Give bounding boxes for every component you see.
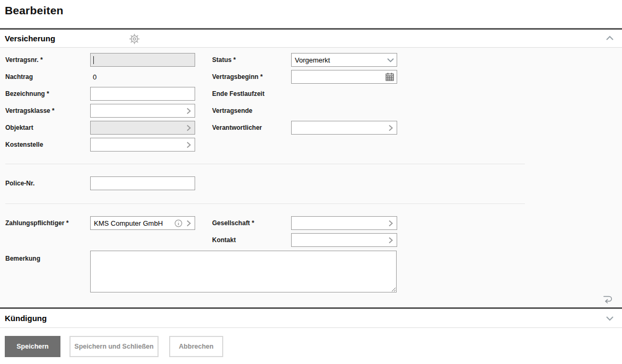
verantwortlicher-field	[291, 121, 397, 135]
lookup-chevron-icon[interactable]	[387, 219, 397, 227]
bemerkung-textarea[interactable]	[90, 251, 397, 292]
row-bezeichnung-endefestlaufzeit: Bezeichnung * Ende Festlaufzeit	[5, 87, 525, 101]
row-zahlungspflichtiger-gesellschaft: Zahlungspflichtiger *	[5, 216, 525, 230]
bemerkung-label: Bemerkung	[5, 251, 90, 262]
status-label: Status *	[212, 56, 291, 64]
lookup-chevron-icon[interactable]	[387, 124, 397, 132]
section-kuendigung: Kündigung	[0, 307, 622, 328]
button-bar: Speichern Speichern und Schließen Abbrec…	[0, 328, 622, 362]
abbrechen-button[interactable]: Abbrechen	[169, 336, 223, 357]
page-title: Bearbeiten	[0, 0, 622, 17]
verantwortlicher-label: Verantwortlicher	[212, 124, 291, 131]
field-group-main: Vertragsnr. * Status * Vorgemerkt	[5, 48, 525, 164]
row-kontakt: Kontakt	[5, 233, 525, 247]
vertragsklasse-input[interactable]	[91, 104, 185, 117]
text-cursor	[93, 56, 94, 64]
chevron-down-icon	[386, 57, 395, 63]
versicherung-header: Versicherung	[0, 30, 622, 48]
verantwortlicher-input[interactable]	[292, 121, 387, 134]
edit-page: Bearbeiten Versicherung	[0, 0, 622, 364]
bezeichnung-label: Bezeichnung *	[5, 90, 90, 97]
vertragsklasse-field	[90, 104, 195, 118]
row-nachtrag-vertragsbeginn: Nachtrag 0 Vertragsbeginn *	[5, 70, 525, 84]
calendar-icon[interactable]	[385, 72, 397, 82]
kostenstelle-input[interactable]	[91, 138, 185, 151]
row-kostenstelle: Kostenstelle	[5, 138, 525, 152]
kostenstelle-field	[90, 138, 195, 152]
vertragsnr-input[interactable]	[90, 53, 195, 67]
field-group-parties: Zahlungspflichtiger *	[5, 203, 525, 292]
lookup-chevron-icon[interactable]	[387, 236, 397, 244]
police-nr-input[interactable]	[90, 176, 195, 190]
zahlungspflichtiger-label: Zahlungspflichtiger *	[5, 219, 90, 227]
status-selected-value: Vorgemerkt	[295, 56, 330, 64]
nachtrag-label: Nachtrag	[5, 73, 90, 81]
form-area: Vertragsnr. * Status * Vorgemerkt	[5, 48, 525, 292]
vertragsende-label: Vertragsende	[212, 107, 291, 114]
speichern-und-schliessen-button[interactable]: Speichern und Schließen	[69, 336, 159, 357]
vertragsbeginn-input[interactable]	[292, 70, 385, 83]
gesellschaft-label: Gesellschaft *	[212, 219, 291, 227]
kuendigung-title: Kündigung	[0, 314, 47, 323]
bezeichnung-input[interactable]	[90, 87, 195, 101]
zahlungspflichtiger-input[interactable]	[91, 217, 174, 229]
info-icon[interactable]	[174, 219, 183, 228]
objektart-input	[91, 121, 185, 134]
lookup-chevron-icon[interactable]	[185, 107, 195, 115]
kontakt-field	[291, 233, 397, 247]
vertragsnr-label: Vertragsnr. *	[5, 56, 90, 64]
objektart-label: Objektart	[5, 124, 90, 131]
zahlungspflichtiger-field	[90, 216, 195, 230]
vertragsbeginn-field	[291, 70, 397, 84]
speichern-button[interactable]: Speichern	[5, 336, 60, 357]
kostenstelle-label: Kostenstelle	[5, 141, 90, 148]
kuendigung-header[interactable]: Kündigung	[0, 309, 622, 328]
chevron-up-icon[interactable]	[605, 35, 615, 41]
gesellschaft-field	[291, 216, 397, 230]
lookup-chevron-icon[interactable]	[185, 124, 195, 132]
gear-icon[interactable]	[128, 33, 141, 45]
vertragsbeginn-label: Vertragsbeginn *	[212, 73, 291, 81]
row-vertragsnr-status: Vertragsnr. * Status * Vorgemerkt	[5, 53, 525, 67]
status-select[interactable]: Vorgemerkt	[291, 53, 397, 67]
lookup-chevron-icon[interactable]	[185, 141, 195, 149]
undo-icon[interactable]	[602, 294, 614, 304]
section-versicherung: Versicherung	[0, 28, 622, 307]
chevron-down-icon[interactable]	[605, 315, 615, 322]
row-vertragsklasse-vertragsende: Vertragsklasse * Vertr	[5, 104, 525, 118]
nachtrag-value: 0	[90, 73, 195, 81]
versicherung-body: Vertragsnr. * Status * Vorgemerkt	[0, 48, 622, 307]
field-group-police: Police-Nr.	[5, 164, 525, 203]
vertragsklasse-label: Vertragsklasse *	[5, 107, 90, 114]
police-nr-label: Police-Nr.	[5, 180, 90, 187]
row-police-nr: Police-Nr.	[5, 176, 525, 190]
row-bemerkung: Bemerkung	[5, 251, 525, 292]
lookup-chevron-icon[interactable]	[185, 219, 192, 227]
versicherung-title: Versicherung	[0, 34, 55, 43]
objektart-field	[90, 121, 195, 135]
gesellschaft-input[interactable]	[292, 217, 387, 229]
ende-festlaufzeit-label: Ende Festlaufzeit	[212, 90, 291, 97]
row-objektart-verantwortlicher: Objektart Verantwortli	[5, 121, 525, 135]
kontakt-input[interactable]	[292, 234, 387, 246]
kontakt-label: Kontakt	[212, 236, 291, 244]
